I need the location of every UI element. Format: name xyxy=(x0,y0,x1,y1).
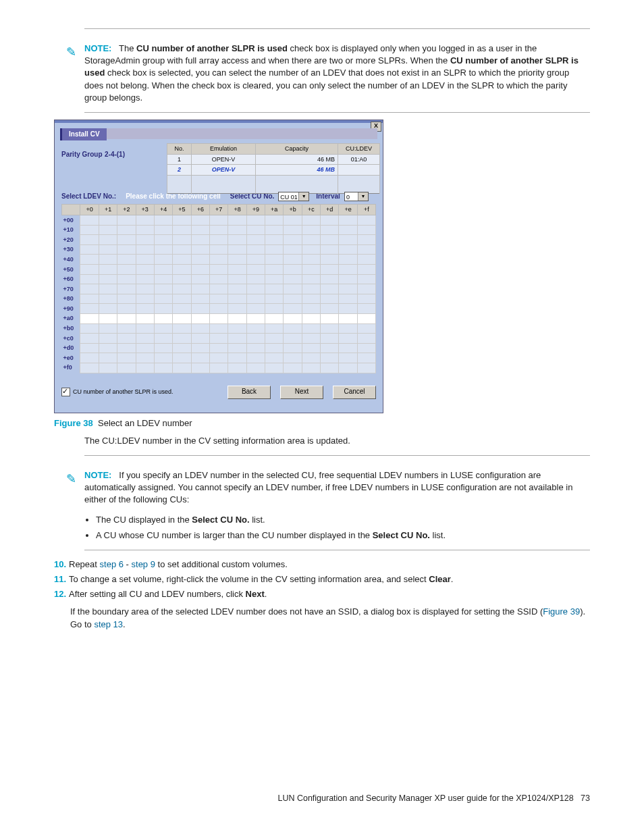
grid-cell[interactable] xyxy=(284,363,302,373)
grid-cell[interactable] xyxy=(265,343,284,353)
grid-cell[interactable] xyxy=(80,244,99,255)
grid-cell[interactable] xyxy=(191,215,209,225)
grid-cell[interactable] xyxy=(339,255,357,265)
grid-cell[interactable] xyxy=(228,215,246,225)
grid-cell[interactable] xyxy=(80,225,99,235)
grid-cell[interactable] xyxy=(302,225,320,235)
grid-cell[interactable] xyxy=(357,313,375,323)
grid-cell[interactable] xyxy=(246,294,265,304)
grid-cell[interactable] xyxy=(246,334,265,344)
grid-cell[interactable] xyxy=(117,215,136,225)
grid-cell[interactable] xyxy=(136,363,154,373)
grid-cell[interactable] xyxy=(284,343,302,353)
grid-cell[interactable] xyxy=(80,304,99,314)
grid-cell[interactable] xyxy=(136,265,154,275)
grid-cell[interactable] xyxy=(302,255,320,265)
grid-cell[interactable] xyxy=(136,274,154,284)
cu-combobox[interactable]: CU 01 ▼ xyxy=(278,192,309,201)
grid-cell[interactable] xyxy=(339,215,357,225)
grid-cell[interactable] xyxy=(117,343,136,353)
grid-cell[interactable] xyxy=(80,363,99,373)
grid-cell[interactable] xyxy=(136,215,154,225)
grid-cell[interactable] xyxy=(284,215,302,225)
grid-cell[interactable] xyxy=(357,215,375,225)
grid-cell[interactable] xyxy=(265,274,284,284)
grid-cell[interactable] xyxy=(284,294,302,304)
grid-cell[interactable] xyxy=(321,334,339,344)
grid-cell[interactable] xyxy=(284,244,302,255)
grid-cell[interactable] xyxy=(246,244,265,255)
grid-cell[interactable] xyxy=(302,215,320,225)
grid-cell[interactable] xyxy=(265,334,284,344)
grid-cell[interactable] xyxy=(117,265,136,275)
grid-cell[interactable] xyxy=(357,274,375,284)
grid-cell[interactable] xyxy=(80,274,99,284)
grid-cell[interactable] xyxy=(117,334,136,344)
grid-cell[interactable] xyxy=(209,225,227,235)
grid-cell[interactable] xyxy=(191,265,209,275)
grid-cell[interactable] xyxy=(99,265,117,275)
grid-cell[interactable] xyxy=(228,244,246,255)
interval-combobox[interactable]: 0 ▼ xyxy=(344,192,369,201)
grid-cell[interactable] xyxy=(302,353,320,363)
grid-cell[interactable] xyxy=(154,334,172,344)
grid-cell[interactable] xyxy=(265,294,284,304)
grid-cell[interactable] xyxy=(265,255,284,265)
grid-cell[interactable] xyxy=(302,274,320,284)
grid-cell[interactable] xyxy=(173,323,191,334)
grid-cell[interactable] xyxy=(228,294,246,304)
grid-cell[interactable] xyxy=(173,294,191,304)
grid-cell[interactable] xyxy=(99,353,117,363)
grid-cell[interactable] xyxy=(173,313,191,323)
grid-cell[interactable] xyxy=(136,284,154,294)
grid-cell[interactable] xyxy=(154,215,172,225)
grid-cell[interactable] xyxy=(191,284,209,294)
grid-cell[interactable] xyxy=(154,284,172,294)
grid-cell[interactable] xyxy=(265,363,284,373)
grid-cell[interactable] xyxy=(339,363,357,373)
grid-cell[interactable] xyxy=(246,323,265,334)
grid-cell[interactable] xyxy=(246,343,265,353)
grid-cell[interactable] xyxy=(321,235,339,245)
grid-cell[interactable] xyxy=(246,235,265,245)
grid-cell[interactable] xyxy=(339,334,357,344)
grid-cell[interactable] xyxy=(99,284,117,294)
grid-cell[interactable] xyxy=(154,323,172,334)
grid-cell[interactable] xyxy=(136,294,154,304)
grid-cell[interactable] xyxy=(99,225,117,235)
grid-cell[interactable] xyxy=(265,244,284,255)
grid-cell[interactable] xyxy=(191,313,209,323)
grid-cell[interactable] xyxy=(99,244,117,255)
grid-cell[interactable] xyxy=(80,323,99,334)
grid-cell[interactable] xyxy=(302,294,320,304)
grid-cell[interactable] xyxy=(246,284,265,294)
grid-cell[interactable] xyxy=(99,304,117,314)
grid-cell[interactable] xyxy=(154,343,172,353)
grid-cell[interactable] xyxy=(357,225,375,235)
grid-cell[interactable] xyxy=(117,363,136,373)
grid-cell[interactable] xyxy=(136,334,154,344)
grid-cell[interactable] xyxy=(136,343,154,353)
grid-cell[interactable] xyxy=(228,323,246,334)
grid-cell[interactable] xyxy=(265,304,284,314)
grid-cell[interactable] xyxy=(173,334,191,344)
grid-cell[interactable] xyxy=(209,353,227,363)
grid-cell[interactable] xyxy=(228,274,246,284)
grid-cell[interactable] xyxy=(191,255,209,265)
grid-cell[interactable] xyxy=(191,235,209,245)
grid-cell[interactable] xyxy=(284,304,302,314)
grid-cell[interactable] xyxy=(99,343,117,353)
grid-cell[interactable] xyxy=(339,274,357,284)
grid-cell[interactable] xyxy=(154,363,172,373)
grid-cell[interactable] xyxy=(173,363,191,373)
grid-cell[interactable] xyxy=(339,313,357,323)
grid-cell[interactable] xyxy=(302,343,320,353)
grid-cell[interactable] xyxy=(339,235,357,245)
slpr-checkbox[interactable] xyxy=(61,388,70,396)
grid-cell[interactable] xyxy=(228,304,246,314)
grid-cell[interactable] xyxy=(173,343,191,353)
grid-cell[interactable] xyxy=(246,363,265,373)
grid-cell[interactable] xyxy=(302,334,320,344)
grid-cell[interactable] xyxy=(209,235,227,245)
grid-cell[interactable] xyxy=(154,304,172,314)
